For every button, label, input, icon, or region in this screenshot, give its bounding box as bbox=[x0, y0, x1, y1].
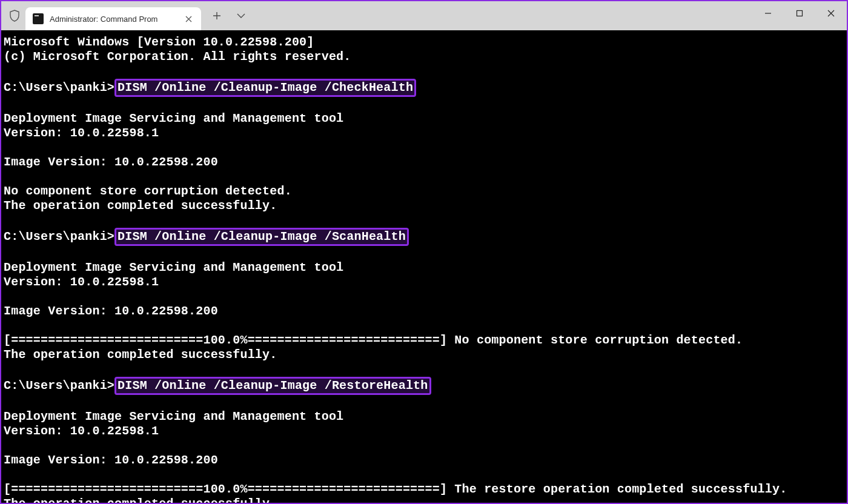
blank-line bbox=[4, 439, 847, 453]
prompt: C:\Users\panki> bbox=[4, 81, 114, 94]
command-checkhealth: DISM /Online /Cleanup-Image /CheckHealth bbox=[114, 79, 416, 97]
op-complete-line: The operation completed successfully. bbox=[4, 497, 847, 503]
shield-icon bbox=[8, 9, 21, 22]
tab-actions bbox=[205, 1, 253, 30]
header-line: Microsoft Windows [Version 10.0.22598.20… bbox=[4, 35, 847, 50]
new-tab-button[interactable] bbox=[205, 4, 229, 28]
image-version-line: Image Version: 10.0.22598.200 bbox=[4, 453, 847, 468]
prompt-line: C:\Users\panki>DISM /Online /Cleanup-Ima… bbox=[4, 377, 847, 395]
blank-line bbox=[4, 290, 847, 304]
tab-title: Administrator: Command Prom bbox=[50, 15, 157, 24]
blank-line bbox=[4, 362, 847, 377]
progress-line: [==========================100.0%=======… bbox=[4, 333, 847, 348]
op-complete-line: The operation completed successfully. bbox=[4, 199, 847, 213]
prompt-line: C:\Users\panki>DISM /Online /Cleanup-Ima… bbox=[4, 228, 847, 246]
blank-line bbox=[4, 64, 847, 79]
tool-version-line: Version: 10.0.22598.1 bbox=[4, 424, 847, 439]
op-complete-line: The operation completed successfully. bbox=[4, 348, 847, 362]
titlebar: Administrator: Command Prom bbox=[1, 1, 847, 30]
dism-tool-line: Deployment Image Servicing and Managemen… bbox=[4, 409, 847, 424]
tab-dropdown-button[interactable] bbox=[229, 4, 253, 28]
dism-tool-line: Deployment Image Servicing and Managemen… bbox=[4, 260, 847, 275]
blank-line bbox=[4, 246, 847, 260]
dism-tool-line: Deployment Image Servicing and Managemen… bbox=[4, 111, 847, 126]
prompt: C:\Users\panki> bbox=[4, 379, 114, 393]
result-line: No component store corruption detected. bbox=[4, 184, 847, 199]
app-window: Administrator: Command Prom bbox=[0, 0, 848, 504]
minimize-button[interactable] bbox=[752, 1, 784, 25]
maximize-button[interactable] bbox=[784, 1, 815, 25]
progress-line: [==========================100.0%=======… bbox=[4, 482, 847, 497]
terminal-output[interactable]: Microsoft Windows [Version 10.0.22598.20… bbox=[1, 30, 847, 503]
blank-line bbox=[4, 141, 847, 155]
copyright-line: (c) Microsoft Corporation. All rights re… bbox=[4, 50, 847, 64]
svg-rect-0 bbox=[797, 11, 803, 16]
command-restorehealth: DISM /Online /Cleanup-Image /RestoreHeal… bbox=[114, 377, 431, 395]
titlebar-left: Administrator: Command Prom bbox=[1, 1, 253, 30]
window-controls bbox=[752, 1, 847, 25]
prompt-line: C:\Users\panki>DISM /Online /Cleanup-Ima… bbox=[4, 79, 847, 97]
tab-active[interactable]: Administrator: Command Prom bbox=[25, 7, 201, 30]
image-version-line: Image Version: 10.0.22598.200 bbox=[4, 304, 847, 319]
close-button[interactable] bbox=[815, 1, 847, 25]
cmd-icon bbox=[33, 13, 44, 24]
tool-version-line: Version: 10.0.22598.1 bbox=[4, 275, 847, 290]
tool-version-line: Version: 10.0.22598.1 bbox=[4, 126, 847, 141]
image-version-line: Image Version: 10.0.22598.200 bbox=[4, 155, 847, 170]
blank-line bbox=[4, 395, 847, 409]
prompt: C:\Users\panki> bbox=[4, 230, 114, 244]
blank-line bbox=[4, 468, 847, 482]
blank-line bbox=[4, 319, 847, 333]
blank-line bbox=[4, 213, 847, 228]
blank-line bbox=[4, 97, 847, 111]
blank-line bbox=[4, 170, 847, 184]
command-scanhealth: DISM /Online /Cleanup-Image /ScanHealth bbox=[114, 228, 409, 246]
tab-close-button[interactable] bbox=[182, 12, 195, 25]
